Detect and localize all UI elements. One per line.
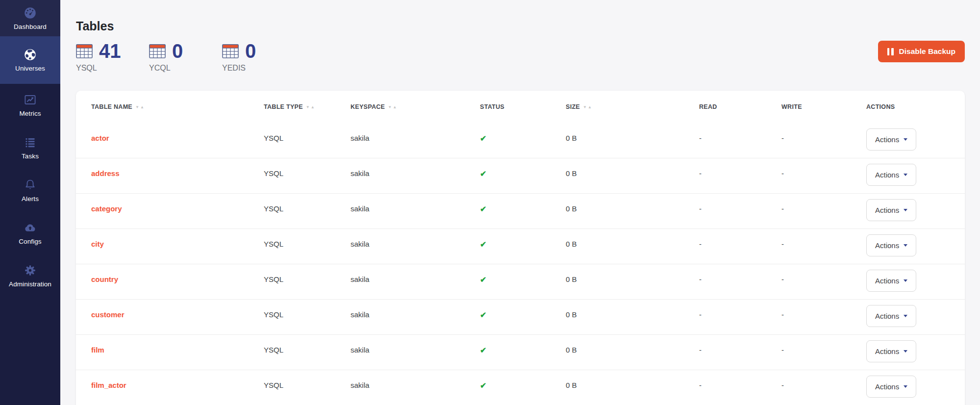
table-row: country YSQL sakila ✔ 0 B - - Actions: [76, 264, 965, 300]
table-grid-icon: [149, 44, 166, 58]
table-name-link[interactable]: country: [91, 275, 118, 283]
globe-icon: [24, 48, 37, 61]
chevron-down-icon: [904, 279, 907, 282]
column-header-keyspace[interactable]: KEYSPACE ▼▲: [351, 103, 480, 110]
column-header-write: WRITE: [781, 103, 866, 110]
row-actions-button[interactable]: Actions: [866, 305, 916, 327]
table-name-link[interactable]: actor: [91, 134, 109, 142]
stat-ycql: 0 YCQL: [149, 43, 222, 73]
sort-icon[interactable]: ▼▲: [135, 105, 145, 109]
column-header-size[interactable]: SIZE ▼▲: [566, 103, 699, 110]
write-cell: -: [781, 229, 866, 248]
table-row: film_actor YSQL sakila ✔ 0 B - - Actions: [76, 370, 965, 405]
tables-card: TABLE NAME ▼▲ TABLE TYPE ▼▲ KEYSPACE ▼▲ …: [76, 91, 965, 405]
actions-button-label: Actions: [875, 382, 899, 391]
sidebar: Dashboard Universes Metrics Tasks Alerts…: [0, 0, 60, 405]
table-type-cell: YSQL: [264, 194, 351, 213]
column-header-label: SIZE: [566, 103, 580, 110]
row-actions-button[interactable]: Actions: [866, 376, 916, 398]
sidebar-item-administration[interactable]: Administration: [0, 254, 60, 297]
row-actions-button[interactable]: Actions: [866, 234, 916, 256]
table-row: city YSQL sakila ✔ 0 B - - Actions: [76, 229, 965, 264]
chevron-down-icon: [904, 244, 907, 247]
row-actions-button[interactable]: Actions: [866, 270, 916, 292]
table-name-link[interactable]: film_actor: [91, 381, 126, 389]
table-name-link[interactable]: city: [91, 240, 104, 248]
row-actions-button[interactable]: Actions: [866, 164, 916, 186]
table-body: actor YSQL sakila ✔ 0 B - - Actions addr…: [76, 123, 965, 405]
actions-button-label: Actions: [875, 347, 899, 355]
chevron-down-icon: [904, 385, 907, 388]
read-cell: -: [699, 370, 781, 389]
column-header-table-name[interactable]: TABLE NAME ▼▲: [91, 103, 264, 110]
sidebar-item-tasks[interactable]: Tasks: [0, 127, 60, 169]
sort-icon[interactable]: ▼▲: [306, 105, 316, 109]
keyspace-cell: sakila: [351, 300, 480, 319]
list-icon: [24, 136, 37, 149]
sort-icon[interactable]: ▼▲: [388, 105, 398, 109]
table-type-cell: YSQL: [264, 229, 351, 248]
table-name-link[interactable]: category: [91, 204, 122, 213]
stat-ysql: 41 YSQL: [76, 43, 149, 73]
main-content: Tables 41 YSQL 0 YCQL 0 YEDIS Disable Ba…: [60, 0, 980, 405]
table-name-link[interactable]: address: [91, 169, 120, 177]
actions-button-label: Actions: [875, 241, 899, 250]
column-header-label: TABLE TYPE: [264, 103, 303, 110]
table-name-link[interactable]: customer: [91, 310, 125, 319]
chevron-down-icon: [904, 315, 907, 317]
column-header-label: KEYSPACE: [351, 103, 385, 110]
read-cell: -: [699, 264, 781, 283]
keyspace-cell: sakila: [351, 335, 480, 354]
table-row: customer YSQL sakila ✔ 0 B - - Actions: [76, 300, 965, 335]
column-header-label: WRITE: [781, 103, 802, 110]
keyspace-cell: sakila: [351, 123, 480, 142]
sidebar-item-dashboard[interactable]: Dashboard: [0, 0, 60, 36]
status-ok-icon: ✔: [480, 240, 486, 249]
write-cell: -: [781, 264, 866, 283]
write-cell: -: [781, 194, 866, 213]
column-header-table-type[interactable]: TABLE TYPE ▼▲: [264, 103, 351, 110]
stat-label: YSQL: [76, 64, 149, 73]
disable-backup-button[interactable]: Disable Backup: [878, 41, 965, 62]
table-type-cell: YSQL: [264, 370, 351, 389]
table-count-stats: 41 YSQL 0 YCQL 0 YEDIS: [76, 43, 965, 73]
sidebar-item-universes[interactable]: Universes: [0, 36, 60, 84]
gauge-icon: [24, 6, 37, 20]
table-row: address YSQL sakila ✔ 0 B - - Actions: [76, 158, 965, 194]
column-header-label: STATUS: [480, 103, 504, 110]
table-type-cell: YSQL: [264, 158, 351, 177]
chevron-down-icon: [904, 209, 907, 211]
column-header-status: STATUS: [480, 103, 566, 110]
column-header-label: TABLE NAME: [91, 103, 132, 110]
sidebar-item-metrics[interactable]: Metrics: [0, 84, 60, 127]
write-cell: -: [781, 300, 866, 319]
disable-backup-label: Disable Backup: [899, 47, 955, 56]
stat-count: 41: [99, 43, 121, 59]
table-row: actor YSQL sakila ✔ 0 B - - Actions: [76, 123, 965, 158]
status-ok-icon: ✔: [480, 134, 486, 143]
keyspace-cell: sakila: [351, 194, 480, 213]
pause-icon: [887, 48, 894, 55]
stat-label: YCQL: [149, 64, 222, 73]
row-actions-button[interactable]: Actions: [866, 199, 916, 221]
read-cell: -: [699, 158, 781, 177]
table-grid-icon: [76, 44, 93, 58]
chevron-down-icon: [904, 174, 907, 176]
stat-yedis: 0 YEDIS: [222, 43, 295, 73]
table-name-link[interactable]: film: [91, 346, 104, 354]
actions-button-label: Actions: [875, 277, 899, 285]
row-actions-button[interactable]: Actions: [866, 128, 916, 151]
table-type-cell: YSQL: [264, 300, 351, 319]
row-actions-button[interactable]: Actions: [866, 340, 916, 362]
stat-count: 0: [172, 43, 183, 59]
sidebar-item-configs[interactable]: Configs: [0, 212, 60, 254]
column-header-label: ACTIONS: [866, 103, 895, 110]
actions-button-label: Actions: [875, 135, 899, 144]
sidebar-item-alerts[interactable]: Alerts: [0, 169, 60, 212]
read-cell: -: [699, 229, 781, 248]
chevron-down-icon: [904, 138, 907, 141]
page-title: Tables: [76, 0, 965, 33]
size-cell: 0 B: [566, 229, 699, 248]
table-row: film YSQL sakila ✔ 0 B - - Actions: [76, 335, 965, 370]
sort-icon[interactable]: ▼▲: [583, 105, 593, 109]
